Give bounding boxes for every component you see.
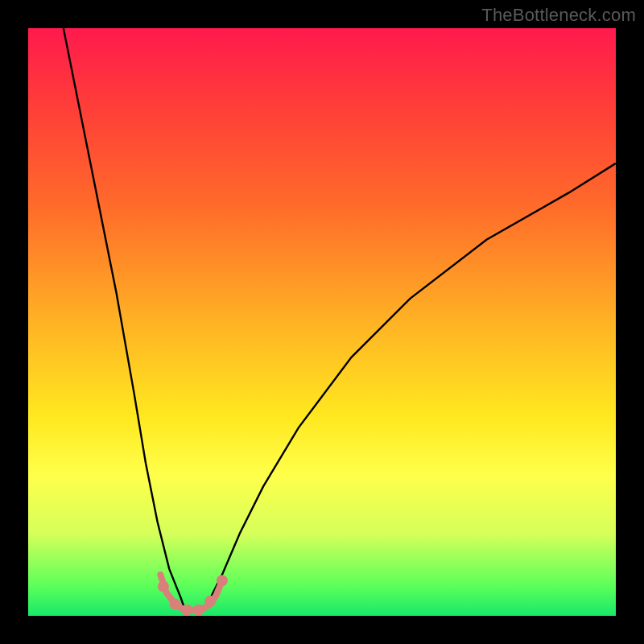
sweet-spot-arc [160, 575, 222, 610]
sweet-spot-dot [170, 598, 181, 609]
sweet-spot-dots [158, 575, 228, 616]
chart-frame: TheBottleneck.com [0, 0, 644, 644]
sweet-spot-dot [193, 605, 204, 616]
sweet-spot-dot [181, 605, 192, 616]
bottleneck-curve [64, 28, 616, 610]
sweet-spot-dot [217, 575, 228, 586]
watermark-text: TheBottleneck.com [481, 5, 636, 26]
plot-area [28, 28, 616, 616]
sweet-spot-dot [158, 581, 169, 592]
curve-layer [28, 28, 616, 616]
sweet-spot-dot [204, 596, 216, 607]
